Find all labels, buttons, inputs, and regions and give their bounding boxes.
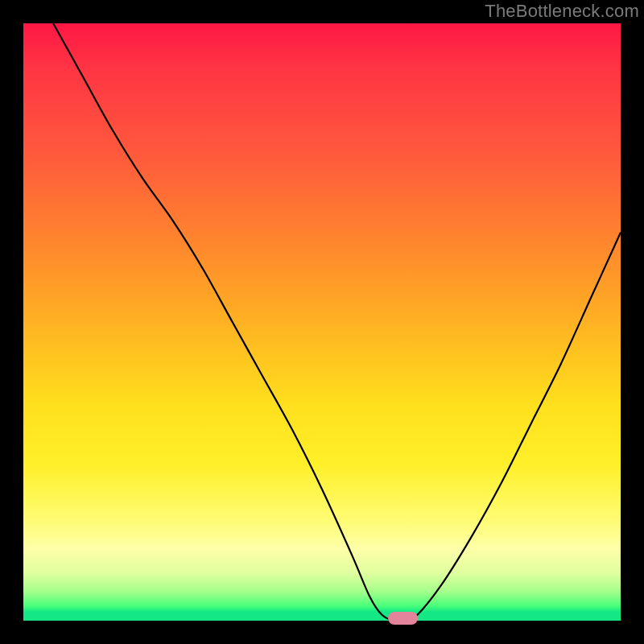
chart-container: TheBottleneck.com bbox=[0, 0, 644, 644]
watermark-text: TheBottleneck.com bbox=[485, 1, 639, 22]
gradient-plot-area bbox=[23, 23, 621, 621]
optimal-marker bbox=[388, 612, 418, 625]
